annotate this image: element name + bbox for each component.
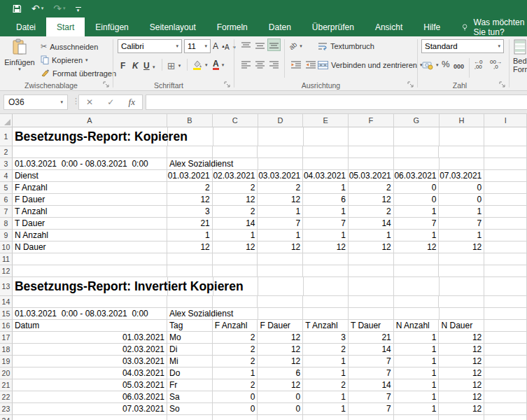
cell-B22[interactable]: Sa [167,391,213,403]
cell-A3[interactable]: 01.03.2021 0:00 - 08.03.2021 0:00 [13,158,167,170]
cell-H22[interactable]: 12 [439,391,484,403]
increase-decimal-button[interactable]: ←0,00 [474,57,482,71]
cell-A14[interactable] [13,296,167,308]
orientation-button[interactable]: ab ▾ [289,39,302,52]
cell-H16[interactable]: N Dauer [439,320,484,332]
cell-B17[interactable]: Mo [167,332,213,344]
cell-D3[interactable] [258,158,304,170]
row-header-15[interactable]: 15 [0,308,13,320]
align-bottom-button[interactable] [267,38,281,51]
cell-I7[interactable] [484,206,527,218]
cell-A9[interactable]: N Anzahl [13,230,167,241]
cell-H6[interactable]: 0 [439,194,484,206]
cell-H2[interactable] [439,146,484,158]
cell-I20[interactable] [484,368,527,379]
cell-A19[interactable]: 03.03.2021 [13,356,167,368]
row-header-6[interactable]: 6 [0,194,13,206]
cell-A18[interactable]: 02.03.2021 [13,344,167,356]
tab-daten[interactable]: Daten [258,18,302,36]
cell-A2[interactable] [13,146,167,158]
cell-B3[interactable]: Alex Sozialdienst [167,158,213,170]
cell-A7[interactable]: T Anzahl [13,206,167,218]
cell-D4[interactable]: 03.03.2021 [258,170,303,182]
cell-G20[interactable]: 1 [394,368,440,379]
cell-G9[interactable]: 1 [394,230,440,241]
row-header-22[interactable]: 22 [0,391,13,403]
cell-D23[interactable]: 0 [258,403,303,415]
cell-C4[interactable]: 02.03.2021 [213,170,258,182]
cell-I19[interactable] [484,356,527,368]
col-header-F[interactable]: F [349,114,394,127]
cell-C2[interactable] [213,146,258,158]
cell-E4[interactable]: 04.03.2021 [303,170,349,182]
redo-button[interactable]: ↷▾ [53,1,65,15]
cell-I8[interactable] [484,218,527,230]
cell-D16[interactable]: F Dauer [258,320,303,332]
col-header-E[interactable]: E [303,114,349,127]
cell-C9[interactable]: 1 [213,230,258,241]
cell-A12[interactable] [13,265,167,277]
row-header-3[interactable]: 3 [0,158,13,170]
cell-H4[interactable]: 07.03.2021 [439,170,484,182]
align-middle-button[interactable] [253,39,267,52]
cell-F10[interactable]: 12 [349,241,394,253]
cell-F9[interactable]: 1 [349,230,394,241]
cell-G16[interactable]: N Anzahl [394,320,440,332]
cell-I9[interactable] [484,230,527,241]
cell-G22[interactable]: 1 [394,391,440,403]
cell-E21[interactable]: 2 [303,379,349,391]
cell-I1[interactable] [484,127,527,146]
cell-I16[interactable] [484,320,527,332]
orientation-dropdown[interactable]: ▾ [300,43,302,49]
increase-indent-button[interactable] [304,58,317,71]
cell-F24[interactable] [349,415,394,420]
cell-B23[interactable]: So [167,403,213,415]
cell-B16[interactable]: Tag [167,320,213,332]
font-color-button[interactable]: A ▾ [213,58,224,71]
align-left-button[interactable] [239,58,253,71]
cell-F15[interactable] [349,308,394,320]
cell-A10[interactable]: N Dauer [13,241,167,253]
tab-berprfen[interactable]: Überprüfen [302,18,365,36]
tab-formeln[interactable]: Formeln [206,18,258,36]
cell-C7[interactable]: 2 [213,206,258,218]
select-all-corner[interactable] [0,114,13,127]
undo-button[interactable]: ↶▾ [31,1,43,15]
tab-start[interactable]: Start [46,18,85,36]
cell-C19[interactable]: 2 [213,356,258,368]
row-header-23[interactable]: 23 [0,403,13,415]
cell-G14[interactable] [394,296,440,308]
number-format-select[interactable]: Standard▾ [421,39,504,53]
cell-A5[interactable]: F Anzahl [13,182,167,194]
cell-G13[interactable] [394,277,440,296]
cell-D2[interactable] [258,146,303,158]
cell-E24[interactable] [303,415,349,420]
row-header-19[interactable]: 19 [0,356,13,368]
cell-G24[interactable] [394,415,440,420]
cell-A4[interactable]: Dienst [13,170,167,182]
comma-style-button[interactable]: 000 [454,59,464,73]
row-header-5[interactable]: 5 [0,182,13,194]
customize-qat-button[interactable]: ▾ [76,1,81,15]
cell-F21[interactable]: 14 [349,379,394,391]
tab-hilfe[interactable]: Hilfe [413,18,451,36]
cell-D10[interactable]: 12 [258,241,303,253]
fill-color-button[interactable]: ▾ [192,58,208,71]
cell-B9[interactable]: 1 [167,230,213,241]
font-family-select[interactable]: Calibri▾ [118,39,182,53]
cell-C23[interactable]: 0 [213,403,258,415]
row-header-16[interactable]: 16 [0,320,13,332]
font-size-select[interactable]: 11▾ [184,39,211,53]
row-header-7[interactable]: 7 [0,206,13,218]
cell-F6[interactable]: 12 [349,194,394,206]
cell-D22[interactable]: 0 [258,391,303,403]
cell-C21[interactable]: 2 [213,379,258,391]
save-icon[interactable] [13,1,22,15]
cell-C20[interactable]: 1 [213,368,258,379]
row-header-20[interactable]: 20 [0,368,13,379]
cell-F3[interactable] [349,158,394,170]
cell-B14[interactable] [167,296,213,308]
cell-D15[interactable] [258,308,304,320]
cell-G23[interactable]: 1 [394,403,440,415]
cell-F20[interactable]: 7 [349,368,394,379]
